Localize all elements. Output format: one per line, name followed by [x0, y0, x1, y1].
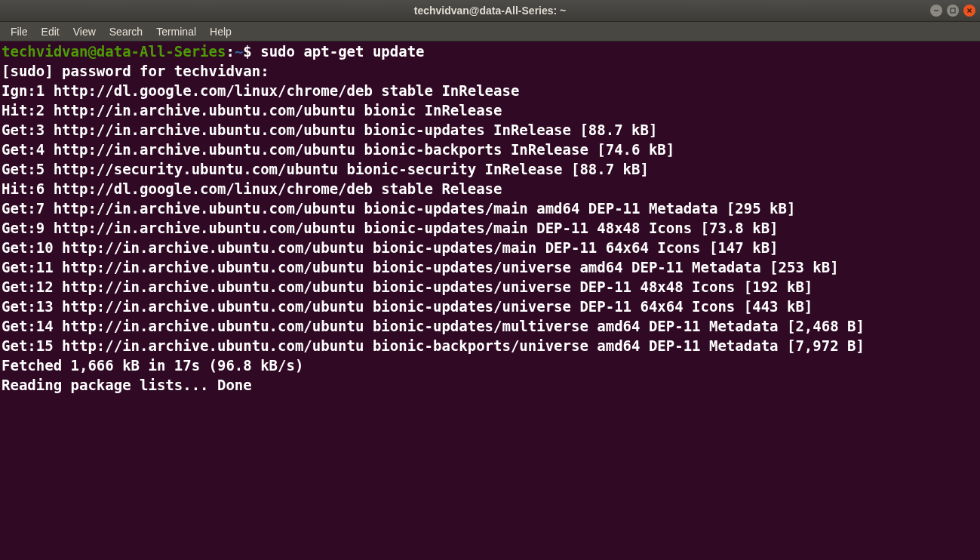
menu-file[interactable]: File — [5, 24, 34, 39]
prompt-symbol: $ — [243, 43, 260, 60]
menu-edit[interactable]: Edit — [35, 24, 66, 39]
output-line: Get:12 http://in.archive.ubuntu.com/ubun… — [2, 278, 813, 295]
svg-rect-1 — [951, 8, 955, 13]
output-line: Fetched 1,666 kB in 17s (96.8 kB/s) — [2, 357, 303, 374]
output-line: Get:14 http://in.archive.ubuntu.com/ubun… — [2, 318, 865, 334]
menu-help[interactable]: Help — [204, 24, 238, 39]
output-line: Get:4 http://in.archive.ubuntu.com/ubunt… — [2, 141, 674, 158]
output-line: Ign:1 http://dl.google.com/linux/chrome/… — [2, 82, 519, 99]
output-line: Get:3 http://in.archive.ubuntu.com/ubunt… — [2, 122, 657, 138]
maximize-button[interactable] — [947, 5, 959, 17]
prompt-sep: : — [226, 43, 234, 60]
command-text: sudo apt-get update — [260, 43, 424, 60]
output-line: Get:13 http://in.archive.ubuntu.com/ubun… — [2, 298, 813, 315]
terminal-body[interactable]: techvidvan@data-All-Series:~$ sudo apt-g… — [0, 42, 980, 395]
menu-view[interactable]: View — [67, 24, 102, 39]
window-controls — [930, 5, 975, 17]
output-line: [sudo] password for techvidvan: — [2, 63, 278, 79]
prompt-path: ~ — [235, 43, 243, 60]
output-line: Get:15 http://in.archive.ubuntu.com/ubun… — [2, 337, 865, 354]
minimize-button[interactable] — [930, 5, 942, 17]
output-line: Get:11 http://in.archive.ubuntu.com/ubun… — [2, 259, 839, 275]
output-line: Get:7 http://in.archive.ubuntu.com/ubunt… — [2, 200, 795, 217]
prompt-userhost: techvidvan@data-All-Series — [2, 43, 226, 60]
window-titlebar: techvidvan@data-All-Series: ~ — [0, 0, 980, 22]
output-line: Get:10 http://in.archive.ubuntu.com/ubun… — [2, 239, 779, 256]
menu-terminal[interactable]: Terminal — [150, 24, 202, 39]
output-line: Hit:6 http://dl.google.com/linux/chrome/… — [2, 180, 502, 197]
output-line: Hit:2 http://in.archive.ubuntu.com/ubunt… — [2, 102, 502, 118]
output-line: Get:5 http://security.ubuntu.com/ubuntu … — [2, 161, 649, 177]
close-button[interactable] — [963, 5, 975, 17]
menubar: File Edit View Search Terminal Help — [0, 22, 980, 42]
menu-search[interactable]: Search — [103, 24, 149, 39]
window-title: techvidvan@data-All-Series: ~ — [414, 5, 567, 17]
output-line: Reading package lists... Done — [2, 377, 252, 393]
output-line: Get:9 http://in.archive.ubuntu.com/ubunt… — [2, 220, 779, 236]
